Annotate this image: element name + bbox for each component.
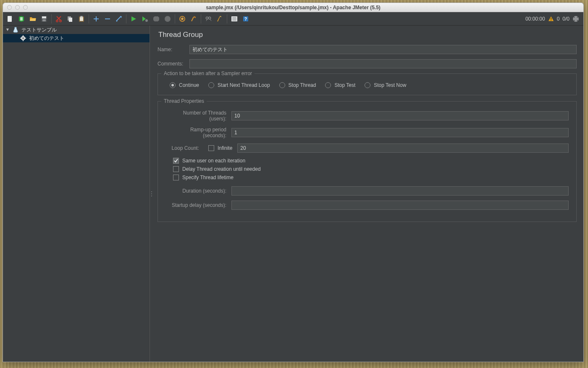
svg-point-17 [206, 17, 208, 19]
checkbox-mark-icon [173, 166, 179, 172]
status-threads: 0/0 [562, 16, 570, 22]
svg-rect-1 [20, 17, 23, 21]
svg-rect-11 [80, 16, 83, 17]
clear-all-button[interactable] [189, 14, 198, 23]
content-panel: Thread Group Name: Comments: Action to b… [153, 26, 583, 362]
startup-delay-input [231, 201, 569, 210]
panel-title: Thread Group [158, 31, 577, 39]
radio-stop-test-label: Stop Test [334, 82, 355, 88]
svg-rect-3 [42, 16, 46, 18]
svg-rect-29 [20, 38, 21, 39]
status-timer: 00:00:00 [525, 16, 545, 22]
toolbar-separator [201, 14, 201, 23]
tree-child-label: 初めてのテスト [29, 35, 64, 42]
search-button[interactable] [204, 14, 213, 23]
svg-point-13 [145, 19, 148, 22]
svg-rect-16 [194, 16, 196, 18]
radio-mark-icon [170, 82, 176, 88]
status-warn-count: 0 [557, 16, 560, 22]
ramp-up-input[interactable] [231, 128, 569, 137]
fullscreen-icon[interactable] [572, 16, 579, 22]
thread-properties-fieldset: Thread Properties Number of Threads (use… [158, 101, 577, 222]
toolbar-separator [175, 14, 175, 23]
radio-next-loop[interactable]: Start Next Thread Loop [208, 82, 270, 88]
radio-continue-label: Continue [179, 82, 199, 88]
toggle-button[interactable] [114, 14, 123, 23]
thread-properties-legend: Thread Properties [161, 98, 207, 104]
titlebar: sample.jmx (/Users/qinritukou/Desttop/sa… [3, 3, 583, 12]
svg-point-26 [22, 37, 24, 39]
main-split: テストサンプル 初めてのテスト Thread Group Name: Comme… [3, 26, 583, 362]
toolbar-separator [89, 14, 89, 23]
function-helper-button[interactable] [230, 14, 239, 23]
start-button[interactable] [129, 14, 138, 23]
comments-input[interactable] [189, 59, 577, 68]
tree-child[interactable]: 初めてのテスト [3, 34, 150, 42]
comments-label: Comments: [158, 61, 186, 67]
copy-button[interactable] [66, 14, 75, 23]
radio-stop-test[interactable]: Stop Test [325, 82, 355, 88]
reset-search-button[interactable] [215, 14, 224, 23]
svg-point-14 [165, 16, 171, 22]
radio-stop-now[interactable]: Stop Test Now [365, 82, 406, 88]
radio-stop-now-label: Stop Test Now [374, 82, 406, 88]
svg-point-18 [208, 17, 211, 19]
startup-delay-label: Startup delay (seconds): [165, 202, 226, 208]
test-plan-tree[interactable]: テストサンプル 初めてのテスト [3, 26, 150, 362]
clear-one-button[interactable] [178, 14, 187, 23]
toolbar-separator [227, 14, 227, 23]
app-window: sample.jmx (/Users/qinritukou/Desttop/sa… [3, 3, 584, 362]
svg-text:?: ? [244, 17, 247, 21]
radio-mark-icon [325, 82, 331, 88]
help-button[interactable]: ? [241, 14, 250, 23]
svg-rect-8 [69, 18, 72, 22]
loop-count-label: Loop Count: [165, 145, 199, 151]
tree-twisty-icon[interactable] [5, 28, 10, 32]
new-file-button[interactable] [5, 14, 15, 23]
templates-button[interactable] [17, 14, 26, 23]
checkbox-mark-icon [208, 145, 214, 151]
tree-root[interactable]: テストサンプル [3, 26, 150, 34]
num-threads-input[interactable] [231, 111, 569, 120]
infinite-label: Infinite [218, 145, 232, 151]
cut-button[interactable] [54, 14, 63, 23]
toolbar-separator [126, 14, 126, 23]
delay-create-label: Delay Thread creation until needed [182, 166, 261, 172]
status-bar: 00:00:00 0 0/0 [525, 16, 581, 22]
loop-count-input[interactable] [237, 144, 569, 153]
specify-lifetime-label: Specify Thread lifetime [182, 175, 234, 180]
svg-point-5 [56, 20, 58, 21]
open-button[interactable] [28, 14, 37, 23]
radio-continue[interactable]: Continue [170, 82, 199, 88]
delay-create-checkbox[interactable]: Delay Thread creation until needed [173, 166, 261, 172]
sampler-error-fieldset: Action to be taken after a Sampler error… [158, 73, 577, 95]
duration-label: Duration (seconds): [165, 188, 226, 194]
radio-mark-icon [365, 82, 370, 88]
split-handle[interactable] [150, 26, 153, 362]
svg-rect-22 [551, 18, 551, 19]
save-button[interactable] [39, 14, 49, 23]
start-no-pause-button[interactable] [140, 14, 150, 23]
name-input[interactable] [189, 45, 577, 54]
gear-icon [20, 35, 26, 42]
sampler-error-legend: Action to be taken after a Sampler error [161, 70, 255, 76]
stop-button[interactable] [152, 14, 161, 23]
radio-mark-icon [208, 82, 214, 88]
same-user-checkbox[interactable]: Same user on each iteration [173, 158, 245, 164]
radio-next-loop-label: Start Next Thread Loop [218, 82, 270, 88]
specify-lifetime-checkbox[interactable]: Specify Thread lifetime [173, 175, 234, 180]
radio-stop-thread-label: Stop Thread [289, 82, 316, 88]
flask-icon [12, 26, 19, 33]
expand-button[interactable] [92, 14, 101, 23]
checkbox-mark-icon [173, 175, 179, 180]
paste-button[interactable] [77, 14, 86, 23]
infinite-checkbox[interactable]: Infinite [208, 145, 232, 151]
collapse-button[interactable] [103, 14, 112, 23]
radio-stop-thread[interactable]: Stop Thread [279, 82, 316, 88]
svg-point-12 [116, 20, 118, 21]
num-threads-label: Number of Threads (users): [165, 110, 226, 122]
shutdown-button[interactable] [163, 14, 172, 23]
svg-rect-30 [25, 38, 26, 39]
same-user-label: Same user on each iteration [182, 158, 245, 164]
window-title: sample.jmx (/Users/qinritukou/Desttop/sa… [3, 5, 583, 10]
